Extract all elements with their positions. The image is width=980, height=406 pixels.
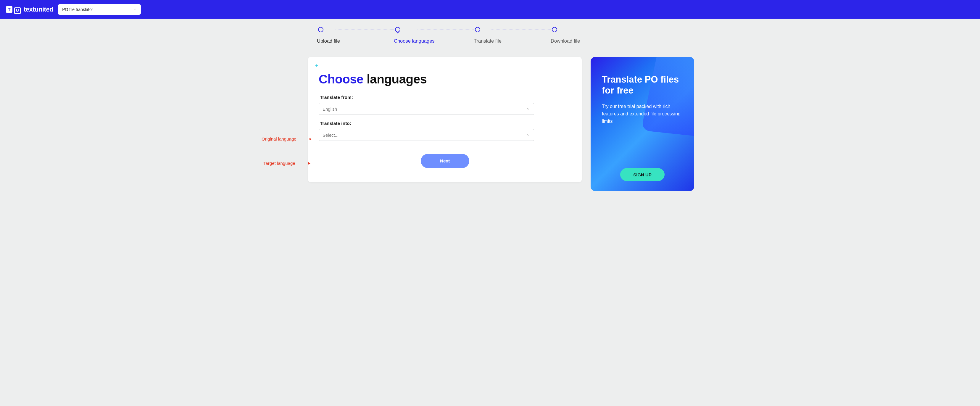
promo-panel: Translate PO files for free Try our free… <box>590 57 694 191</box>
chevron-down-icon <box>523 131 530 139</box>
logo-t-icon: T <box>6 6 13 13</box>
app-header: T U textunited PO file translator <box>0 0 980 19</box>
from-select-value: English <box>323 107 337 111</box>
translate-into-group: Translate into: Select... <box>319 121 571 141</box>
step-translate: Translate file <box>474 27 492 44</box>
promo-text: Try our free trial packed with rich feat… <box>602 103 683 125</box>
language-card: + Choose languages Translate from: Engli… <box>308 57 582 182</box>
chevron-down-icon <box>133 7 137 12</box>
brand-name: textunited <box>24 6 53 13</box>
step-download: Download file <box>550 27 568 44</box>
step-languages: Choose languages <box>394 27 417 44</box>
step-upload: Upload file <box>317 27 335 44</box>
plus-decor-icon: + <box>315 63 318 69</box>
arrow-right-icon <box>298 163 310 164</box>
translate-into-select[interactable]: Select... <box>319 129 534 141</box>
promo-shape-icon <box>641 57 694 137</box>
annotation-target: Target language <box>263 161 310 166</box>
card-title: Choose languages <box>319 72 571 86</box>
translate-from-label: Translate from: <box>320 95 571 100</box>
brand-logo: T U textunited <box>6 5 53 14</box>
translate-from-group: Translate from: English <box>319 95 571 115</box>
promo-title: Translate PO files for free <box>602 74 683 96</box>
signup-button[interactable]: SIGN UP <box>620 168 665 181</box>
arrow-right-icon <box>299 139 311 139</box>
translate-into-label: Translate into: <box>320 121 571 126</box>
translate-from-select[interactable]: English <box>319 103 534 115</box>
chevron-down-icon <box>523 105 530 113</box>
logo-u-icon: U <box>14 7 21 14</box>
progress-stepper: Upload file Choose languages Translate f… <box>317 27 721 44</box>
next-button[interactable]: Next <box>421 154 469 168</box>
tool-selector[interactable]: PO file translator <box>58 4 141 15</box>
tool-selector-value: PO file translator <box>62 7 93 12</box>
annotation-original: Original language <box>262 137 311 142</box>
into-select-placeholder: Select... <box>323 132 339 138</box>
